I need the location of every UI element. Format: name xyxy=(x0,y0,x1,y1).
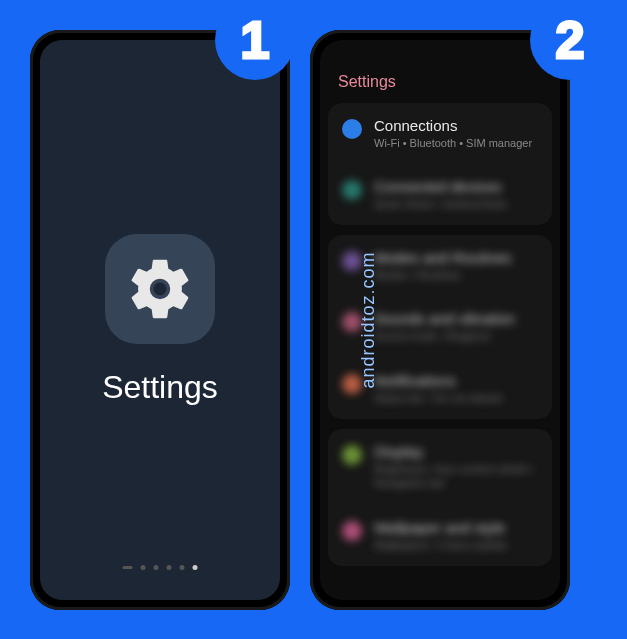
page-indicator[interactable] xyxy=(123,565,198,570)
dot xyxy=(180,565,185,570)
step-badge-2: 2 xyxy=(530,0,610,80)
item-subtitle: Sound mode • Ringtone xyxy=(374,329,538,343)
settings-list: Connections Wi-Fi • Bluetooth • SIM mana… xyxy=(320,103,560,566)
item-title: Connected devices xyxy=(374,178,538,195)
dot xyxy=(154,565,159,570)
dot xyxy=(123,566,133,569)
phone-step-1: Settings xyxy=(30,30,290,610)
item-title: Notifications xyxy=(374,372,538,389)
settings-item-display[interactable]: Display Brightness • Eye comfort shield … xyxy=(328,429,552,505)
watermark: androidtoz.com xyxy=(358,251,379,388)
settings-screen: Settings Connections Wi-Fi • Bluetooth •… xyxy=(320,40,560,600)
settings-header: Settings xyxy=(320,65,560,103)
display-icon xyxy=(342,445,362,465)
settings-item-wallpaper[interactable]: Wallpaper and style Wallpapers • Colour … xyxy=(328,505,552,566)
item-title: Display xyxy=(374,443,538,460)
item-subtitle: Status bar • Do not disturb xyxy=(374,391,538,405)
item-subtitle: Modes • Routines xyxy=(374,268,538,282)
item-title: Sounds and vibration xyxy=(374,310,538,327)
item-subtitle: Wi-Fi • Bluetooth • SIM manager xyxy=(374,136,538,150)
settings-item-connected-devices[interactable]: Connected devices Quick Share • Android … xyxy=(328,164,552,225)
badge-number: 1 xyxy=(241,10,270,70)
devices-icon xyxy=(342,180,362,200)
gear-icon xyxy=(125,254,195,324)
item-title: Connections xyxy=(374,117,538,134)
dot xyxy=(141,565,146,570)
settings-card: Connections Wi-Fi • Bluetooth • SIM mana… xyxy=(328,103,552,226)
dot xyxy=(167,565,172,570)
item-subtitle: Brightness • Eye comfort shield • Naviga… xyxy=(374,462,538,491)
item-subtitle: Wallpapers • Colour palette xyxy=(374,538,538,552)
item-title: Wallpaper and style xyxy=(374,519,538,536)
phone-step-2: Settings Connections Wi-Fi • Bluetooth •… xyxy=(310,30,570,610)
step-badge-1: 1 xyxy=(215,0,295,80)
badge-number: 2 xyxy=(556,10,585,70)
svg-point-0 xyxy=(154,282,167,295)
settings-item-connections[interactable]: Connections Wi-Fi • Bluetooth • SIM mana… xyxy=(328,103,552,164)
item-subtitle: Quick Share • Android Auto xyxy=(374,197,538,211)
item-title: Modes and Routines xyxy=(374,249,538,266)
home-screen: Settings xyxy=(40,40,280,600)
wallpaper-icon xyxy=(342,521,362,541)
settings-card: Display Brightness • Eye comfort shield … xyxy=(328,429,552,566)
wifi-icon xyxy=(342,119,362,139)
settings-app-icon[interactable] xyxy=(105,234,215,344)
dot-active xyxy=(193,565,198,570)
settings-app-label: Settings xyxy=(102,369,218,406)
